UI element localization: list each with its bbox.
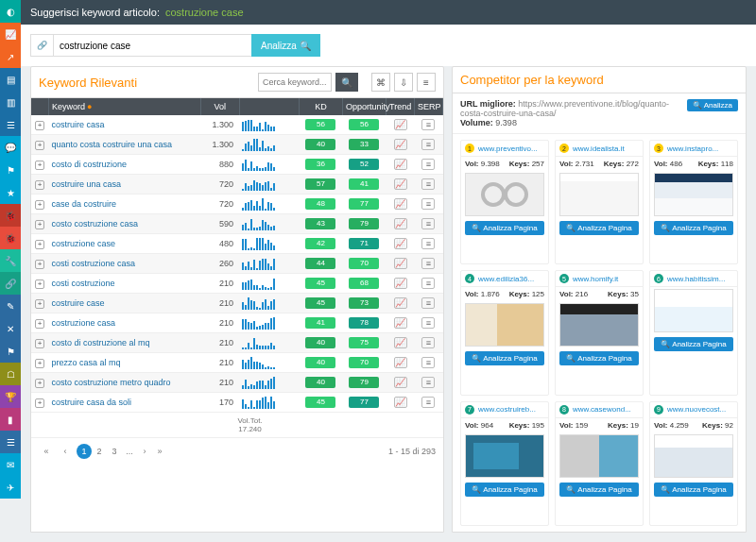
trend-icon[interactable]: 📈 <box>394 357 407 368</box>
serp-icon[interactable]: ≡ <box>421 357 435 368</box>
card-domain[interactable]: 8www.casewond... <box>556 402 643 418</box>
serp-cell[interactable]: ≡ <box>414 234 442 254</box>
serp-cell[interactable]: ≡ <box>414 313 442 333</box>
nav-item-9[interactable]: 🐞 <box>0 204 21 227</box>
card-thumbnail[interactable] <box>654 434 733 478</box>
analyze-page-button[interactable]: 🔍 Analizza Pagina <box>559 221 639 235</box>
serp-icon[interactable]: ≡ <box>421 278 435 289</box>
keyword-cell[interactable]: costo costruzione casa <box>48 214 200 234</box>
serp-cell[interactable]: ≡ <box>414 294 442 313</box>
expand-icon[interactable]: + <box>35 359 44 368</box>
nav-item-3[interactable]: ▤ <box>0 68 21 91</box>
keyword-cell[interactable]: costo di costruzione al mq <box>48 333 200 353</box>
trend-icon[interactable]: 📈 <box>394 317 407 329</box>
serp-cell[interactable]: ≡ <box>414 195 442 214</box>
expand-icon[interactable]: + <box>35 299 44 309</box>
trend-cell[interactable]: 📈 <box>387 115 415 135</box>
col-opportunity[interactable]: Opportunity <box>342 98 386 115</box>
serp-icon[interactable]: ≡ <box>421 258 435 269</box>
trend-cell[interactable]: 📈 <box>387 155 415 175</box>
sitemap-icon[interactable]: ⌘ <box>371 73 390 92</box>
trend-cell[interactable]: 📈 <box>387 353 415 373</box>
trend-icon[interactable]: 📈 <box>394 397 407 408</box>
pager-page[interactable]: » <box>152 444 167 459</box>
pager-page[interactable]: 2 <box>92 444 107 459</box>
pager-first[interactable]: « <box>39 444 54 459</box>
nav-item-4[interactable]: ▥ <box>0 91 21 113</box>
analyze-page-button[interactable]: 🔍 Analizza Pagina <box>559 351 639 365</box>
serp-cell[interactable]: ≡ <box>414 214 442 234</box>
analyze-page-button[interactable]: 🔍 Analizza Pagina <box>465 483 544 497</box>
serp-icon[interactable]: ≡ <box>421 297 435 309</box>
nav-item-11[interactable]: 🔧 <box>0 249 21 272</box>
keyword-cell[interactable]: costruire una casa <box>48 175 200 195</box>
nav-item-19[interactable]: ☰ <box>0 431 21 453</box>
expand-icon[interactable]: + <box>35 339 44 348</box>
trend-icon[interactable]: 📈 <box>394 258 407 269</box>
card-domain[interactable]: 5www.homify.it <box>556 271 643 287</box>
expand-icon[interactable]: + <box>35 161 44 170</box>
trend-icon[interactable]: 📈 <box>394 119 407 130</box>
keyword-filter-input[interactable] <box>258 73 332 92</box>
col-serp[interactable]: SERP <box>414 98 442 115</box>
expand-icon[interactable]: + <box>35 379 44 388</box>
nav-item-13[interactable]: ✎ <box>0 295 21 317</box>
pager-page[interactable]: 3 <box>107 444 122 459</box>
serp-icon[interactable]: ≡ <box>421 198 435 210</box>
trend-cell[interactable]: 📈 <box>387 333 415 353</box>
nav-item-0[interactable]: ◐ <box>0 0 21 23</box>
serp-cell[interactable]: ≡ <box>414 353 442 373</box>
pager-page[interactable]: ... <box>122 444 137 459</box>
nav-item-18[interactable]: ▮ <box>0 408 21 431</box>
card-thumbnail[interactable] <box>559 434 639 478</box>
nav-item-15[interactable]: ⚑ <box>0 340 21 363</box>
trend-cell[interactable]: 📈 <box>387 294 415 313</box>
serp-icon[interactable]: ≡ <box>421 139 435 150</box>
serp-icon[interactable]: ≡ <box>421 238 435 249</box>
analyze-page-button[interactable]: 🔍 Analizza Pagina <box>559 483 639 497</box>
trend-icon[interactable]: 📈 <box>394 198 407 210</box>
keyword-filter-button[interactable]: 🔍 <box>335 73 358 92</box>
card-thumbnail[interactable] <box>465 173 544 216</box>
nav-item-21[interactable]: ✈ <box>0 476 21 499</box>
expand-icon[interactable]: + <box>35 141 44 150</box>
card-thumbnail[interactable] <box>654 173 733 216</box>
serp-icon[interactable]: ≡ <box>421 337 435 348</box>
nav-item-8[interactable]: ★ <box>0 181 21 204</box>
card-thumbnail[interactable] <box>465 434 544 478</box>
keyword-cell[interactable]: costruzione casa <box>48 313 200 333</box>
serp-cell[interactable]: ≡ <box>414 175 442 195</box>
keyword-cell[interactable]: quanto costa costruire una casa <box>48 135 200 155</box>
expand-icon[interactable]: + <box>35 240 44 249</box>
serp-cell[interactable]: ≡ <box>414 254 442 274</box>
analyze-page-button[interactable]: 🔍 Analizza Pagina <box>654 337 733 351</box>
trend-cell[interactable]: 📈 <box>387 313 415 333</box>
keyword-cell[interactable]: costo costruzione metro quadro <box>48 373 200 393</box>
serp-icon[interactable]: ≡ <box>421 317 435 329</box>
nav-item-6[interactable]: 💬 <box>0 136 21 159</box>
analyze-top-button[interactable]: 🔍 Analizza <box>687 99 738 111</box>
pager-page[interactable]: 1 <box>77 444 92 459</box>
keyword-cell[interactable]: costi costruzione casa <box>48 254 200 274</box>
trend-cell[interactable]: 📈 <box>387 195 415 214</box>
card-domain[interactable]: 7www.costruireb... <box>461 402 548 418</box>
nav-item-17[interactable]: 🏆 <box>0 385 21 408</box>
analyze-button[interactable]: Analizza 🔍 <box>251 34 320 57</box>
analyze-page-button[interactable]: 🔍 Analizza Pagina <box>654 221 733 235</box>
keyword-cell[interactable]: costruire case <box>48 294 200 313</box>
nav-item-5[interactable]: ☰ <box>0 113 21 136</box>
keyword-cell[interactable]: costruzione case <box>48 234 200 254</box>
card-domain[interactable]: 4www.edilizia36... <box>461 271 548 287</box>
expand-icon[interactable]: + <box>35 260 44 269</box>
trend-cell[interactable]: 📈 <box>387 175 415 195</box>
card-thumbnail[interactable] <box>654 289 733 332</box>
pager-page[interactable]: › <box>137 444 152 459</box>
expand-icon[interactable]: + <box>35 200 44 210</box>
card-domain[interactable]: 3www.instapro... <box>650 141 737 157</box>
keyword-cell[interactable]: prezzo casa al mq <box>48 353 200 373</box>
trend-cell[interactable]: 📈 <box>387 393 415 413</box>
keyword-cell[interactable]: costruire casa <box>48 115 200 135</box>
trend-icon[interactable]: 📈 <box>394 377 407 388</box>
serp-cell[interactable]: ≡ <box>414 155 442 175</box>
serp-cell[interactable]: ≡ <box>414 373 442 393</box>
